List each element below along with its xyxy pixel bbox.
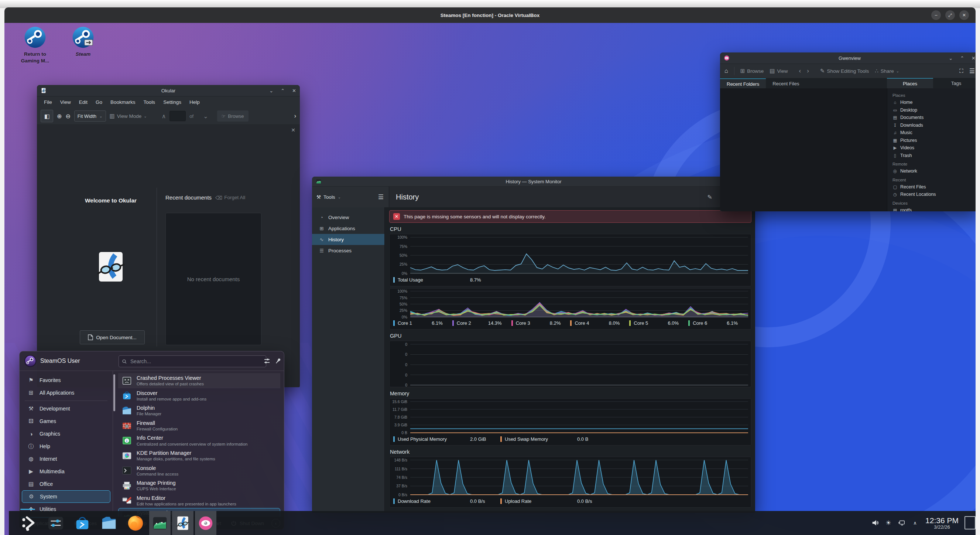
share-button[interactable]: ∴Share⌄ bbox=[875, 68, 899, 74]
app-item-crashed-processes-viewer[interactable]: Crashed Processes ViewerOffers detailed … bbox=[118, 373, 280, 388]
place-item-desktop[interactable]: ▭Desktop bbox=[892, 106, 975, 114]
category-graphics[interactable]: ◑Graphics bbox=[22, 428, 110, 440]
sidebar-item-processes[interactable]: ☰Processes bbox=[312, 245, 384, 256]
sidebar-toggle-button[interactable]: ◧ bbox=[41, 110, 53, 122]
place-item-pictures[interactable]: ▦Pictures bbox=[892, 137, 975, 144]
display-icon[interactable] bbox=[895, 518, 908, 527]
search-box[interactable] bbox=[119, 355, 266, 367]
place-item-documents[interactable]: ▤Documents bbox=[892, 114, 975, 121]
show-editing-tools-button[interactable]: ✎Show Editing Tools bbox=[820, 68, 869, 74]
tab-places[interactable]: Places bbox=[887, 78, 933, 88]
taskbar-pinned-dolphin[interactable] bbox=[100, 515, 118, 532]
previous-page-icon[interactable]: ∧ bbox=[162, 113, 166, 120]
fullscreen-icon[interactable]: ⛶ bbox=[959, 68, 963, 74]
close-welcome-icon[interactable]: ✕ bbox=[291, 127, 295, 133]
menu-help[interactable]: Help bbox=[185, 99, 204, 105]
category-office[interactable]: ▤Office bbox=[22, 478, 110, 490]
desktop-icon-steam[interactable]: Steam bbox=[59, 26, 107, 57]
previous-icon[interactable]: ‹ bbox=[799, 67, 801, 75]
category-internet[interactable]: ◍Internet bbox=[22, 453, 110, 465]
zoom-out-icon[interactable]: ⊖ bbox=[65, 113, 70, 120]
taskbar-task-gwenview[interactable] bbox=[195, 511, 216, 535]
sidebar-item-history[interactable]: ∿History bbox=[312, 234, 384, 245]
okular-titlebar[interactable]: Okular ⌄⌃✕ bbox=[37, 85, 300, 96]
resize-button[interactable]: ⤢ bbox=[945, 10, 955, 20]
menu-file[interactable]: File bbox=[40, 99, 56, 105]
app-item-kde-partition-manager[interactable]: KDE Partition ManagerManage disks, parti… bbox=[118, 448, 280, 463]
close-icon[interactable]: ✕ bbox=[972, 56, 975, 61]
category-system[interactable]: ⚙System bbox=[22, 490, 110, 503]
gwenview-titlebar[interactable]: Gwenview ⌄⌃✕ bbox=[720, 53, 975, 64]
place-item-recent-locations[interactable]: ◷Recent Locations bbox=[892, 191, 975, 198]
place-item-videos[interactable]: ▶Videos bbox=[892, 144, 975, 152]
browse-tool-button[interactable]: ☞Browse bbox=[217, 110, 248, 121]
category-help[interactable]: ⓘHelp bbox=[22, 440, 110, 453]
home-icon[interactable]: ⌂ bbox=[724, 68, 728, 74]
menu-view[interactable]: View bbox=[56, 99, 75, 105]
page-number-input[interactable] bbox=[170, 111, 186, 121]
app-item-menu-editor[interactable]: Menu EditorEdit how applications are pre… bbox=[118, 493, 280, 508]
hamburger-menu-icon[interactable]: ☰ bbox=[969, 67, 975, 75]
volume-icon[interactable] bbox=[869, 518, 882, 527]
place-item-music[interactable]: ♫Music bbox=[892, 129, 975, 137]
edit-page-icon[interactable]: ✎ bbox=[708, 193, 712, 201]
app-item-manage-printing[interactable]: Manage PrintingCUPS Web Interface bbox=[118, 478, 280, 493]
place-item-rootfs[interactable]: ▤rootfs bbox=[892, 206, 975, 212]
forget-all-button[interactable]: ⌫Forget All bbox=[215, 195, 245, 201]
sort-icon[interactable] bbox=[263, 357, 270, 365]
pin-icon[interactable] bbox=[274, 357, 282, 365]
taskbar-task-okular[interactable] bbox=[172, 511, 194, 535]
tab-recent-files[interactable]: Recent Files bbox=[766, 78, 806, 89]
maximize-icon[interactable]: ⌃ bbox=[960, 56, 964, 61]
system-monitor-titlebar[interactable]: History — System Monitor bbox=[312, 177, 755, 187]
close-icon[interactable]: ✕ bbox=[292, 88, 296, 93]
category-favorites[interactable]: ⚑Favorites bbox=[22, 374, 110, 386]
place-item-network[interactable]: ◎Network bbox=[892, 168, 975, 175]
taskbar-pinned-discover[interactable] bbox=[74, 515, 91, 532]
next-page-icon[interactable]: ⌄ bbox=[203, 113, 208, 120]
category-development[interactable]: ⚒Development bbox=[22, 402, 110, 415]
zoom-mode-select[interactable]: Fit Width⌄ bbox=[74, 110, 106, 121]
sidebar-item-applications[interactable]: ⊞Applications bbox=[312, 223, 384, 234]
taskbar-task-sysmon[interactable] bbox=[149, 511, 170, 535]
sidebar-item-overview[interactable]: ◔Overview bbox=[312, 212, 384, 223]
scrollbar[interactable] bbox=[113, 374, 115, 411]
search-input[interactable] bbox=[130, 358, 263, 365]
view-mode-button[interactable]: ▤View bbox=[770, 68, 788, 74]
app-item-konsole[interactable]: KonsoleCommand line access bbox=[118, 463, 280, 479]
app-item-discover[interactable]: DiscoverInstall and remove apps and add-… bbox=[118, 388, 280, 404]
taskbar-pinned-settings[interactable] bbox=[47, 515, 64, 532]
expand-icon[interactable]: ∧ bbox=[908, 518, 922, 527]
minimize-icon[interactable]: ⌄ bbox=[269, 88, 273, 93]
maximize-icon[interactable]: ⌃ bbox=[281, 88, 285, 93]
show-desktop-button[interactable] bbox=[964, 516, 975, 529]
user-avatar[interactable] bbox=[24, 355, 37, 367]
place-item-trash[interactable]: ▯Trash bbox=[892, 152, 975, 160]
brightness-icon[interactable]: ☀ bbox=[882, 518, 895, 527]
tools-menu-button[interactable]: ⚒Tools⌄ bbox=[317, 194, 341, 200]
category-all-applications[interactable]: ⊞All Applications bbox=[22, 386, 110, 399]
view-mode-button[interactable]: ▥View Mode⌄ bbox=[110, 113, 147, 119]
tab-tags[interactable]: Tags bbox=[933, 78, 975, 88]
taskbar-launcher-button[interactable] bbox=[21, 515, 38, 532]
digital-clock[interactable]: 12:36 PM 3/22/26 bbox=[925, 516, 959, 530]
gwenview-browse-area[interactable] bbox=[720, 88, 887, 211]
minimize-icon[interactable]: ⌄ bbox=[948, 56, 953, 61]
browse-mode-button[interactable]: ⊞Browse bbox=[740, 68, 764, 74]
menu-tools[interactable]: Tools bbox=[140, 99, 159, 105]
toolbar-overflow-icon[interactable]: › bbox=[294, 113, 296, 119]
tab-recent-folders[interactable]: Recent Folders bbox=[720, 78, 766, 89]
place-item-recent-files[interactable]: ▢Recent Files bbox=[892, 183, 975, 191]
open-document-button[interactable]: Open Document... bbox=[80, 330, 145, 344]
taskbar-pinned-firefox[interactable] bbox=[127, 515, 144, 532]
place-item-downloads[interactable]: ↧Downloads bbox=[892, 121, 975, 129]
app-item-firewall[interactable]: FirewallFirewall Configuration bbox=[118, 418, 280, 433]
menu-edit[interactable]: Edit bbox=[75, 99, 92, 105]
close-button[interactable]: ✕ bbox=[959, 10, 969, 20]
app-item-info-center[interactable]: Info CenterCentralized and convenient ov… bbox=[118, 433, 280, 448]
category-multimedia[interactable]: ▶Multimedia bbox=[22, 465, 110, 478]
place-item-home[interactable]: ⌂Home bbox=[892, 99, 975, 106]
next-icon[interactable]: › bbox=[807, 67, 809, 75]
hamburger-menu-icon[interactable]: ☰ bbox=[378, 193, 383, 201]
minimize-button[interactable]: – bbox=[931, 10, 941, 20]
